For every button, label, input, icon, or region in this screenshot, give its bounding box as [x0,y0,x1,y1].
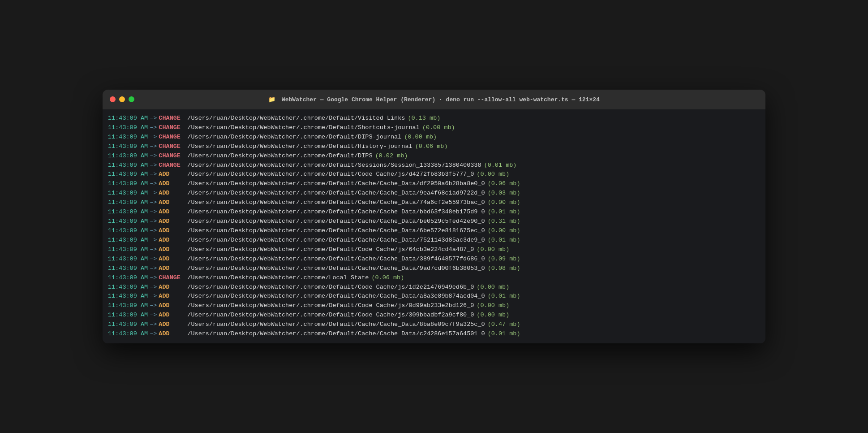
log-event-type: ADD [159,255,185,264]
arrow-icon: –> [150,255,157,264]
log-timestamp: 11:43:09 AM [108,255,148,264]
arrow-icon: –> [150,123,157,133]
window-title: 📁 WebWatcher — Google Chrome Helper (Ren… [268,96,600,103]
arrow-icon: –> [150,189,157,198]
log-timestamp: 11:43:09 AM [108,217,148,226]
log-file-size: (0.31 mb) [488,217,520,226]
log-file-path: /Users/ruan/Desktop/WebWatcher/.chrome/D… [187,152,372,161]
log-file-path: /Users/ruan/Desktop/WebWatcher/.chrome/D… [187,236,485,245]
log-line: 11:43:09 AM –> ADD /Users/ruan/Desktop/W… [108,329,760,339]
log-file-path: /Users/ruan/Desktop/WebWatcher/.chrome/D… [187,226,485,236]
log-event-type: ADD [159,320,185,329]
arrow-icon: –> [150,283,157,292]
log-line: 11:43:09 AM –> ADD /Users/ruan/Desktop/W… [108,217,760,226]
log-line: 11:43:09 AM –> CHANGE /Users/ruan/Deskto… [108,142,760,152]
log-file-size: (0.06 mb) [415,142,448,152]
log-file-size: (0.00 mb) [404,133,437,142]
log-line: 11:43:09 AM –> ADD /Users/ruan/Desktop/W… [108,292,760,301]
log-timestamp: 11:43:09 AM [108,311,148,320]
log-event-type: CHANGE [159,142,185,152]
log-file-path: /Users/ruan/Desktop/WebWatcher/.chrome/D… [187,283,474,292]
log-event-type: ADD [159,283,185,292]
log-event-type: ADD [159,245,185,255]
log-event-type: CHANGE [159,152,185,161]
arrow-icon: –> [150,198,157,208]
terminal-window: 📁 WebWatcher — Google Chrome Helper (Ren… [103,90,765,343]
arrow-icon: –> [150,245,157,255]
log-event-type: CHANGE [159,273,185,283]
log-line: 11:43:09 AM –> ADD /Users/ruan/Desktop/W… [108,245,760,255]
log-line: 11:43:09 AM –> CHANGE /Users/ruan/Deskto… [108,161,760,170]
log-file-path: /Users/ruan/Desktop/WebWatcher/.chrome/D… [187,301,474,311]
arrow-icon: –> [150,170,157,179]
arrow-icon: –> [150,226,157,236]
arrow-icon: –> [150,311,157,320]
log-file-path: /Users/ruan/Desktop/WebWatcher/.chrome/D… [187,208,485,217]
log-line: 11:43:09 AM –> ADD /Users/ruan/Desktop/W… [108,264,760,273]
log-line: 11:43:09 AM –> ADD /Users/ruan/Desktop/W… [108,198,760,208]
log-line: 11:43:09 AM –> ADD /Users/ruan/Desktop/W… [108,236,760,245]
log-event-type: ADD [159,179,185,189]
minimize-button[interactable] [119,96,125,102]
log-line: 11:43:09 AM –> ADD /Users/ruan/Desktop/W… [108,170,760,179]
log-event-type: ADD [159,311,185,320]
log-timestamp: 11:43:09 AM [108,170,148,179]
log-file-path: /Users/ruan/Desktop/WebWatcher/.chrome/D… [187,189,485,198]
log-file-path: /Users/ruan/Desktop/WebWatcher/.chrome/D… [187,264,485,273]
log-event-type: ADD [159,292,185,301]
log-file-path: /Users/ruan/Desktop/WebWatcher/.chrome/D… [187,245,474,255]
log-timestamp: 11:43:09 AM [108,292,148,301]
log-file-path: /Users/ruan/Desktop/WebWatcher/.chrome/D… [187,123,419,133]
log-file-path: /Users/ruan/Desktop/WebWatcher/.chrome/D… [187,292,485,301]
arrow-icon: –> [150,217,157,226]
log-line: 11:43:09 AM –> CHANGE /Users/ruan/Deskto… [108,114,760,123]
log-event-type: CHANGE [159,161,185,170]
log-line: 11:43:09 AM –> ADD /Users/ruan/Desktop/W… [108,255,760,264]
log-file-path: /Users/ruan/Desktop/WebWatcher/.chrome/D… [187,161,481,170]
log-file-path: /Users/ruan/Desktop/WebWatcher/.chrome/D… [187,170,474,179]
log-line: 11:43:09 AM –> ADD /Users/ruan/Desktop/W… [108,226,760,236]
close-button[interactable] [110,96,116,102]
log-timestamp: 11:43:09 AM [108,152,148,161]
log-line: 11:43:09 AM –> ADD /Users/ruan/Desktop/W… [108,301,760,311]
log-event-type: ADD [159,301,185,311]
log-event-type: ADD [159,189,185,198]
log-timestamp: 11:43:09 AM [108,208,148,217]
arrow-icon: –> [150,320,157,329]
log-file-size: (0.00 mb) [488,226,520,236]
log-event-type: ADD [159,264,185,273]
log-line: 11:43:09 AM –> ADD /Users/ruan/Desktop/W… [108,320,760,329]
log-event-type: CHANGE [159,133,185,142]
log-file-size: (0.06 mb) [371,273,404,283]
log-line: 11:43:09 AM –> ADD /Users/ruan/Desktop/W… [108,189,760,198]
log-timestamp: 11:43:09 AM [108,245,148,255]
log-timestamp: 11:43:09 AM [108,273,148,283]
log-file-size: (0.08 mb) [488,264,520,273]
log-file-size: (0.00 mb) [422,123,455,133]
log-event-type: ADD [159,329,185,339]
log-event-type: CHANGE [159,114,185,123]
log-line: 11:43:09 AM –> ADD /Users/ruan/Desktop/W… [108,283,760,292]
log-line: 11:43:09 AM –> CHANGE /Users/ruan/Deskto… [108,133,760,142]
log-file-path: /Users/ruan/Desktop/WebWatcher/.chrome/D… [187,311,474,320]
arrow-icon: –> [150,161,157,170]
arrow-icon: –> [150,292,157,301]
log-file-size: (0.00 mb) [477,311,509,320]
log-file-size: (0.09 mb) [488,255,520,264]
log-timestamp: 11:43:09 AM [108,179,148,189]
maximize-button[interactable] [129,96,134,102]
terminal-body: 11:43:09 AM –> CHANGE /Users/ruan/Deskto… [103,109,765,343]
log-event-type: ADD [159,208,185,217]
log-line: 11:43:09 AM –> CHANGE /Users/ruan/Deskto… [108,273,760,283]
log-timestamp: 11:43:09 AM [108,198,148,208]
log-file-path: /Users/ruan/Desktop/WebWatcher/.chrome/D… [187,217,485,226]
arrow-icon: –> [150,179,157,189]
arrow-icon: –> [150,236,157,245]
log-file-size: (0.01 mb) [488,208,520,217]
log-timestamp: 11:43:09 AM [108,226,148,236]
log-timestamp: 11:43:09 AM [108,133,148,142]
log-file-path: /Users/ruan/Desktop/WebWatcher/.chrome/D… [187,142,412,152]
arrow-icon: –> [150,142,157,152]
log-line: 11:43:09 AM –> ADD /Users/ruan/Desktop/W… [108,311,760,320]
log-file-size: (0.03 mb) [488,189,520,198]
